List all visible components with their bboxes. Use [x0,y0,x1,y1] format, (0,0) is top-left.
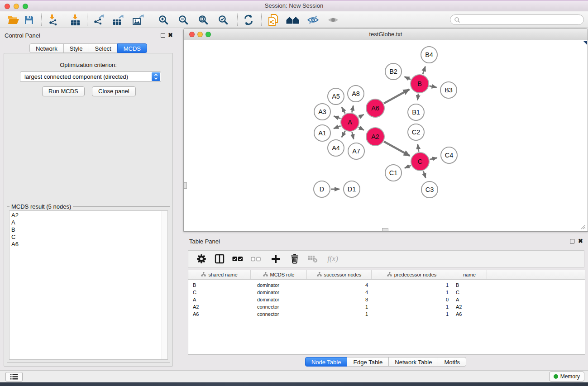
refresh-layout-icon[interactable] [241,13,256,27]
graph-node-C2[interactable]: C2 [408,124,424,140]
table-cell[interactable]: C [452,289,487,296]
graph-edge-C-C1[interactable] [405,166,411,168]
table-header-cell[interactable]: name [452,270,487,279]
table-float-panel-icon[interactable] [570,239,574,243]
net-minimize-traffic-light[interactable] [197,32,203,37]
graph-edge-A-A3[interactable] [334,116,340,119]
graph-edge-B-B3[interactable] [430,86,437,88]
result-item[interactable]: A2 [10,212,167,219]
zoom-selected-icon[interactable] [216,13,230,27]
graph-node-A6[interactable]: A6 [366,99,384,117]
tab-network-table[interactable]: Network Table [388,357,438,367]
memory-button[interactable]: Memory [549,372,584,381]
graph-node-C4[interactable]: C4 [441,147,457,163]
graph-edge-B-B1[interactable] [417,94,418,100]
table-cell[interactable]: 1 [307,303,372,310]
result-item[interactable]: A6 [10,241,167,248]
graph-node-B4[interactable]: B4 [421,47,437,63]
save-session-icon[interactable] [22,13,36,27]
table-close-panel-icon[interactable]: ✖ [578,239,583,243]
table-header-cell[interactable]: successor nodes [307,270,372,279]
table-cell[interactable]: 4 [307,281,372,289]
graph-edge-C-C4[interactable] [430,158,437,160]
table-cell[interactable]: connector [251,310,307,318]
graph-node-D[interactable]: D [314,181,330,197]
tab-network[interactable]: Network [29,43,64,53]
criterion-dropdown[interactable]: largest connected component (directed) [20,71,161,82]
graph-edge-C-C2[interactable] [418,144,419,152]
result-item[interactable]: A [10,219,167,226]
select-all-columns-icon[interactable] [230,252,245,266]
table-row[interactable]: A2connector11A2 [188,303,585,310]
graph-node-A5[interactable]: A5 [328,88,344,105]
network-canvas[interactable]: AA1A2A3A4A5A6A7A8BB1B2B3B4CC1C2C3C4DD1 [184,41,587,231]
table-cell[interactable]: 1 [372,303,452,310]
result-scrollbar[interactable] [162,211,167,359]
table-cell[interactable]: 4 [307,289,372,296]
close-panel-icon[interactable]: ✖ [168,33,173,38]
tab-node-table[interactable]: Node Table [305,357,348,367]
graph-node-B3[interactable]: B3 [440,82,457,98]
graph-node-C1[interactable]: C1 [385,165,402,181]
table-cell[interactable]: 1 [372,310,452,318]
hide-eye-icon[interactable] [306,13,320,27]
tab-mcds[interactable]: MCDS [117,43,147,53]
table-header-cell[interactable]: shared name [188,270,251,279]
graph-edge-B-B4[interactable] [423,67,425,74]
graph-edge-A-A4[interactable] [342,131,345,137]
show-panels-list-button[interactable] [5,372,23,381]
close-panel-button[interactable]: Close panel [92,86,136,96]
zoom-traffic-light[interactable] [23,4,28,9]
graph-node-B[interactable]: B [411,75,429,93]
create-column-plus-icon[interactable] [268,252,283,266]
graph-node-C3[interactable]: C3 [421,181,438,198]
run-mcds-button[interactable]: Run MCDS [42,86,85,96]
graph-edge-B-B2[interactable] [405,76,411,79]
table-cell[interactable]: 1 [307,310,372,318]
zoom-out-icon[interactable] [176,13,191,27]
graph-edge-A-A8[interactable] [352,105,353,112]
graph-node-B1[interactable]: B1 [408,104,424,120]
table-cell[interactable]: B [452,281,487,289]
graph-node-A7[interactable]: A7 [348,143,364,159]
graph-node-A3[interactable]: A3 [314,104,330,120]
graph-edge-A-A6[interactable] [359,114,363,117]
import-table-icon[interactable] [68,13,82,27]
minimize-traffic-light[interactable] [14,4,19,9]
graph-edge-C-C3[interactable] [423,171,425,178]
graph-node-A1[interactable]: A1 [314,125,330,141]
export-network-icon[interactable] [91,13,106,27]
tab-style[interactable]: Style [63,43,89,53]
birdseye-handle-bottom[interactable] [382,228,388,231]
float-panel-icon[interactable] [161,33,165,38]
zoom-in-icon[interactable] [156,13,171,27]
tab-edge-table[interactable]: Edge Table [347,357,389,367]
graph-edge-A-A7[interactable] [352,132,354,139]
table-cell[interactable]: 1 [372,289,452,296]
graph-edge-A-A1[interactable] [334,126,340,129]
search-input[interactable] [450,14,584,25]
table-cell[interactable]: 1 [372,281,452,289]
table-settings-gear-icon[interactable] [194,252,209,266]
table-row[interactable]: A6connector11A6 [188,310,585,318]
result-item[interactable]: C [10,234,167,241]
table-header-cell[interactable]: predecessor nodes [372,270,452,279]
network-graph[interactable]: AA1A2A3A4A5A6A7A8BB1B2B3B4CC1C2C3C4DD1 [184,41,587,231]
graph-node-B2[interactable]: B2 [385,63,402,80]
close-traffic-light[interactable] [5,4,10,9]
graph-node-A[interactable]: A [341,113,359,131]
export-image-icon[interactable] [131,13,145,27]
net-close-traffic-light[interactable] [189,32,195,37]
network-window-titlebar[interactable]: testGlobe.txt [184,29,588,40]
tab-motifs[interactable]: Motifs [438,357,466,367]
table-cell[interactable]: A2 [188,303,251,310]
graph-edge-A2-C[interactable] [384,142,410,156]
table-cell[interactable]: A6 [452,310,487,318]
table-cell[interactable]: C [188,289,251,296]
import-network-icon[interactable] [46,13,61,27]
table-cell[interactable]: connector [251,303,307,310]
table-row[interactable]: Adominator80A [188,296,585,303]
table-row[interactable]: Bdominator41B [188,281,585,289]
unselect-all-columns-icon[interactable] [248,252,263,266]
table-cell[interactable]: B [188,281,251,289]
